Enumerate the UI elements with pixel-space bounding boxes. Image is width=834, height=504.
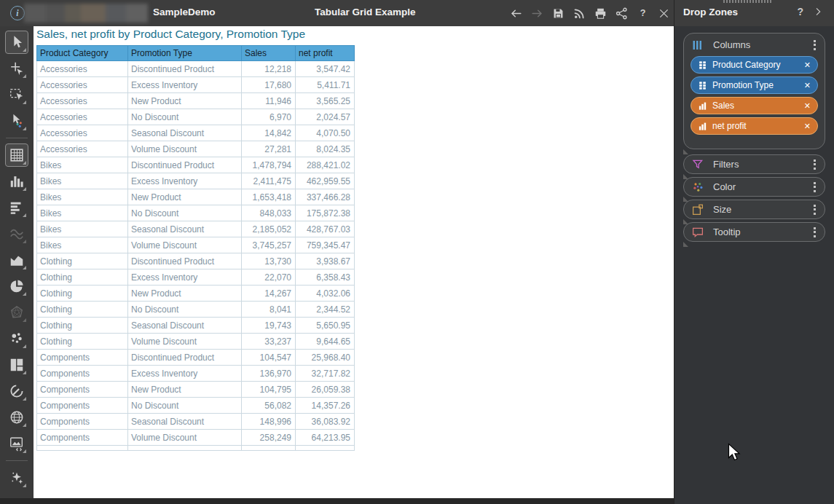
table-cell[interactable]: 17,680 xyxy=(242,77,296,93)
tool-table-grid[interactable] xyxy=(5,143,28,167)
table-cell[interactable]: 3,547.42 xyxy=(296,61,355,77)
table-cell[interactable]: Clothing xyxy=(37,302,128,318)
table-cell[interactable]: Components xyxy=(37,398,128,414)
table-cell[interactable]: 25,968.40 xyxy=(296,350,355,366)
panel-collapse-icon[interactable] xyxy=(812,6,824,17)
table-cell[interactable]: Seasonal Discount xyxy=(128,318,242,334)
table-cell[interactable]: 104,547 xyxy=(242,350,296,366)
table-cell[interactable]: Clothing xyxy=(37,286,128,302)
table-cell[interactable]: 14,357.26 xyxy=(296,398,355,414)
dropzone-size[interactable]: Size xyxy=(683,200,825,219)
table-cell[interactable]: 14,842 xyxy=(242,125,296,141)
table-cell[interactable]: Seasonal Discount xyxy=(128,221,242,237)
table-cell[interactable]: 337,466.28 xyxy=(296,189,355,205)
canvas[interactable]: Sales, net profit by Product Category, P… xyxy=(34,26,674,498)
table-cell[interactable]: 428,767.03 xyxy=(296,221,355,237)
table-cell[interactable]: 56,082 xyxy=(242,398,296,414)
table-cell[interactable]: 848,033 xyxy=(242,205,296,221)
table-cell[interactable]: 3,938.67 xyxy=(296,253,355,269)
table-cell[interactable]: No Discount xyxy=(128,205,242,221)
table-cell[interactable]: 9,644.65 xyxy=(296,334,355,350)
table-cell[interactable]: No Discount xyxy=(128,302,242,318)
table-cell[interactable]: New Product xyxy=(128,189,242,205)
table-cell[interactable]: 3,565.25 xyxy=(296,93,355,109)
tool-marquee-select[interactable] xyxy=(5,83,28,106)
table-cell[interactable]: New Product xyxy=(128,286,242,302)
table-cell[interactable]: Clothing xyxy=(37,269,128,286)
chip-remove-icon[interactable]: ✕ xyxy=(800,60,811,70)
table-cell[interactable]: 14,267 xyxy=(242,286,296,302)
table-cell[interactable]: 19,743 xyxy=(242,318,296,334)
table-cell[interactable]: Clothing xyxy=(37,334,128,350)
table-cell[interactable]: Seasonal Discount xyxy=(128,125,242,141)
table-cell[interactable]: 3,745,257 xyxy=(242,237,296,253)
table-cell[interactable]: Accessories xyxy=(37,109,128,125)
table-cell[interactable]: Discontinued Product xyxy=(128,253,242,269)
table-cell[interactable]: 104,795 xyxy=(242,382,296,398)
table-cell[interactable]: 1,653,418 xyxy=(242,189,296,205)
table-cell[interactable]: 2,185,052 xyxy=(242,221,296,237)
table-cell[interactable]: Accessories xyxy=(37,93,128,109)
table-cell[interactable]: 32,717.82 xyxy=(296,366,355,382)
chip-remove-icon[interactable]: ✕ xyxy=(800,81,811,90)
section-menu-icon[interactable] xyxy=(812,158,817,171)
dropzone-color[interactable]: Color xyxy=(683,177,825,197)
table-cell[interactable]: Discontinued Product xyxy=(128,157,242,173)
table-cell[interactable]: Excess Inventory xyxy=(128,269,242,286)
table-cell[interactable]: Volume Discount xyxy=(128,334,242,350)
table-cell[interactable]: 2,411,475 xyxy=(242,173,296,189)
tool-area-chart[interactable] xyxy=(5,248,28,272)
table-cell[interactable]: 1,478,794 xyxy=(242,157,296,173)
table-cell[interactable]: Bikes xyxy=(37,221,128,237)
table-cell[interactable]: 6,970 xyxy=(242,109,296,125)
tool-pan[interactable] xyxy=(5,57,28,80)
table-cell[interactable]: Accessories xyxy=(37,141,128,157)
table-cell[interactable]: 288,421.02 xyxy=(296,157,355,173)
tool-map-chart[interactable] xyxy=(5,406,28,429)
table-cell[interactable]: 136,970 xyxy=(242,366,296,382)
table-cell[interactable]: New Product xyxy=(128,382,242,398)
table-cell[interactable]: 2,344.52 xyxy=(296,302,355,318)
share-button[interactable] xyxy=(614,6,629,20)
tool-point-select[interactable] xyxy=(5,109,28,133)
forward-button[interactable] xyxy=(530,6,544,20)
table-cell[interactable]: 148,996 xyxy=(242,414,296,430)
tool-hbar-chart[interactable] xyxy=(5,196,28,219)
table-cell[interactable]: Clothing xyxy=(37,318,128,334)
table-cell[interactable]: 4,032.06 xyxy=(296,286,355,302)
table-cell[interactable]: 8,024.35 xyxy=(296,141,355,157)
table-cell[interactable]: Excess Inventory xyxy=(128,173,242,189)
table-cell[interactable]: Excess Inventory xyxy=(128,366,242,382)
table-cell[interactable]: 5,650.95 xyxy=(296,318,355,334)
section-menu-icon[interactable] xyxy=(812,181,817,194)
table-cell[interactable]: Accessories xyxy=(37,61,128,77)
table-cell[interactable]: 22,070 xyxy=(242,269,296,286)
chip-promotion-type[interactable]: Promotion Type✕ xyxy=(691,76,818,94)
section-menu-icon[interactable] xyxy=(812,226,817,239)
table-cell[interactable]: Accessories xyxy=(37,125,128,141)
table-cell[interactable]: New Product xyxy=(128,93,242,109)
table-cell[interactable]: Components xyxy=(37,350,128,366)
panel-help-icon[interactable]: ? xyxy=(797,6,803,17)
chip-sales[interactable]: Sales✕ xyxy=(691,97,818,114)
table-cell[interactable]: Excess Inventory xyxy=(128,77,242,93)
table-cell[interactable]: Components xyxy=(37,366,128,382)
column-header-net-profit[interactable]: net profit xyxy=(296,46,355,61)
table-cell[interactable]: 759,345.47 xyxy=(296,237,355,253)
column-header-sales[interactable]: Sales xyxy=(242,46,296,61)
table-cell[interactable]: 4,070.50 xyxy=(296,125,355,141)
table-cell[interactable]: 8,041 xyxy=(242,302,296,318)
table-cell[interactable]: No Discount xyxy=(128,398,242,414)
table-cell[interactable]: 26,059.38 xyxy=(296,382,355,398)
table-cell[interactable]: Bikes xyxy=(37,189,128,205)
table-cell[interactable]: Clothing xyxy=(37,253,128,269)
table-cell[interactable]: Volume Discount xyxy=(128,141,242,157)
table-cell[interactable]: Seasonal Discount xyxy=(128,414,242,430)
table-cell[interactable]: 33,237 xyxy=(242,334,296,350)
tool-gauge-chart[interactable] xyxy=(5,379,28,403)
tool-radar-chart[interactable] xyxy=(5,301,28,324)
table-cell[interactable]: 5,411.71 xyxy=(296,77,355,93)
column-header-promotion-type[interactable]: Promotion Type xyxy=(128,46,242,61)
section-menu-icon[interactable] xyxy=(812,203,817,216)
chip-remove-icon[interactable]: ✕ xyxy=(800,122,811,131)
